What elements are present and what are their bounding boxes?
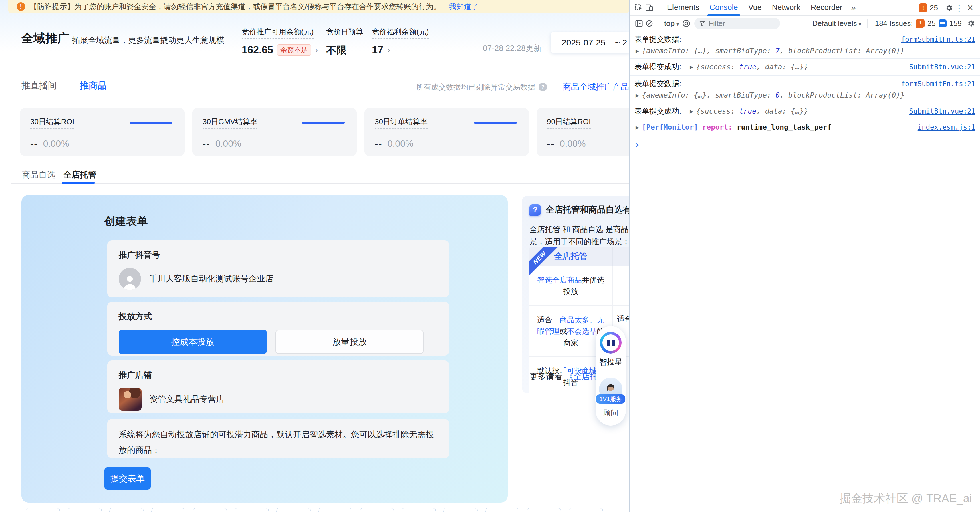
tab-live-room[interactable]: 推直播间	[21, 80, 57, 92]
ad-platform-page: ! 【防诈提示】为了您的账户和资金安全，请勿轻信非官方充值渠道，或假冒平台名义/…	[0, 0, 629, 512]
console-source-link[interactable]: formSubmitFn.ts:21	[901, 80, 975, 88]
welfare-value: 17	[372, 44, 383, 56]
console-source-link[interactable]: index.esm.js:1	[918, 123, 975, 131]
data-note-row: 所有成交数据均已剔除异常交易数据 ? 商品全域推广产品	[416, 81, 629, 93]
shop-avatar-image	[119, 388, 142, 411]
log-levels-selector[interactable]: Default levels▾	[812, 19, 861, 28]
stat-card-label: 30日GMV结算率	[202, 117, 258, 129]
chevron-right-icon[interactable]: ›	[315, 45, 318, 55]
promotion-type-tabs: 推直播间 推商品	[21, 80, 107, 92]
devtools-tab-vue[interactable]: Vue	[743, 0, 767, 16]
submit-form-button[interactable]: 提交表单	[104, 467, 151, 490]
fraud-warning-banner: ! 【防诈提示】为了您的账户和资金安全，请勿轻信非官方充值渠道，或假冒平台名义/…	[8, 0, 629, 13]
chevron-right-icon[interactable]: ›	[387, 45, 390, 55]
header-divider	[231, 32, 231, 45]
product-promo-link[interactable]: 商品全域推广产品	[563, 81, 629, 93]
console-messages: 表单提交数据:formSubmitFn.ts:21▶{awemeInfo: {……	[630, 32, 980, 135]
expand-triangle-icon[interactable]: ▶	[636, 125, 639, 130]
shop-field: 推广店铺 资管文具礼品专营店	[107, 360, 449, 413]
filter-funnel-icon	[699, 20, 706, 27]
devtools-menu-icon[interactable]: ⋮	[954, 3, 964, 13]
skeleton-placeholder	[360, 508, 394, 512]
delivery-mode-field: 投放方式 控成本投放 放量投放	[107, 302, 449, 356]
expand-triangle-icon[interactable]: ▶	[636, 93, 639, 98]
banner-text: 【防诈提示】为了您的账户和资金安全，请勿轻信非官方充值渠道，或假冒平台名义/假称…	[30, 2, 441, 12]
context-selector[interactable]: top▾	[664, 19, 679, 28]
skeleton-placeholder	[569, 508, 603, 512]
divider	[658, 3, 659, 13]
douyin-account-name: 千川大客版自动化测试账号企业店	[149, 273, 274, 285]
devtools-close-icon[interactable]: ×	[964, 2, 976, 14]
stat-card-value: --	[547, 138, 555, 149]
chevron-down-icon: ▾	[676, 21, 679, 27]
issues-error-icon: !	[916, 19, 924, 28]
stat-sparkline	[130, 122, 172, 124]
stat-card-percent: 0.00%	[43, 138, 69, 149]
console-source-link[interactable]: formSubmitFn.ts:21	[901, 35, 975, 43]
banner-dismiss-link[interactable]: 我知道了	[449, 2, 479, 12]
auto-delivery-note-text: 系统将为您自动投放店铺的可投潜力商品，默认开启智选素材。您可以选择排除无需投放的…	[119, 427, 438, 458]
clear-console-icon[interactable]	[644, 18, 654, 29]
console-error-badge[interactable]: ! 25	[919, 3, 938, 12]
stat-card-label: 30日结算ROI	[30, 117, 74, 129]
date-range-picker[interactable]: 2025-07-25 ~ 2	[550, 32, 629, 53]
max-volume-option-button[interactable]: 放量投放	[275, 330, 424, 354]
balance-stat: 竞价推广可用余额(元) 162.65 余额不足 ›	[242, 27, 318, 56]
balance-value: 162.65	[242, 44, 273, 56]
stat-card-percent: 0.00%	[215, 138, 242, 149]
divider	[867, 19, 868, 28]
expand-triangle-icon[interactable]: ▶	[690, 109, 693, 114]
page-header: 全域推广 拓展全域流量，更多流量撬动更大生意规模 竞价推广可用余额(元) 162…	[0, 13, 629, 74]
daily-budget-stat: 竞价日预算 不限	[326, 27, 363, 57]
console-log-label: 表单提交数据:	[635, 79, 681, 89]
douyin-avatar	[119, 268, 141, 290]
console-settings-icon[interactable]	[966, 18, 976, 29]
help-question-icon[interactable]: ?	[539, 83, 547, 91]
advisor-entry[interactable]: 1V1服务	[599, 378, 622, 401]
stat-sparkline	[302, 122, 345, 124]
delivery-mode-label: 投放方式	[119, 311, 438, 322]
console-source-link[interactable]: SubmitBtn.vue:21	[909, 63, 975, 71]
shop-name: 资管文具礼品专营店	[150, 394, 224, 405]
warning-icon: !	[17, 2, 25, 11]
stat-card-percent: 0.00%	[388, 138, 414, 149]
live-expression-eye-icon[interactable]	[681, 18, 691, 29]
form-title: 创建表单	[104, 214, 148, 229]
table-header-second-column	[612, 247, 629, 266]
more-tabs-icon[interactable]: »	[848, 3, 859, 13]
inspect-element-icon[interactable]	[634, 3, 644, 13]
console-prompt-chevron[interactable]: ›	[630, 135, 980, 154]
devtools-tab-elements[interactable]: Elements	[662, 0, 705, 16]
devtools-tab-network[interactable]: Network	[767, 0, 805, 16]
subtab-full-trust[interactable]: 全店托管	[63, 169, 97, 181]
subtab-self-select[interactable]: 商品自选	[21, 169, 56, 181]
device-toolbar-icon[interactable]	[644, 3, 654, 13]
console-toolbar: top▾ Filter Default levels▾ 184 Issues: …	[630, 16, 980, 32]
expand-triangle-icon[interactable]: ▶	[690, 64, 693, 70]
smart-assistant-icon[interactable]	[600, 332, 622, 353]
devtools-tab-console[interactable]: Console	[705, 0, 743, 16]
devtools-tabs: ElementsConsoleVueNetworkRecorder	[662, 0, 848, 16]
console-message: 表单提交成功:▶{success: true, data: {…}}Submit…	[630, 103, 980, 120]
shop-label: 推广店铺	[119, 370, 438, 381]
cost-control-option-button[interactable]: 控成本投放	[119, 330, 267, 354]
console-source-link[interactable]: SubmitBtn.vue:21	[909, 107, 975, 115]
tab-product[interactable]: 推商品	[80, 80, 107, 92]
issues-counter[interactable]: 184 Issues: ! 25 159	[875, 19, 962, 28]
stat-card: 30日订单结算率--0.00%	[364, 108, 529, 156]
console-sidebar-icon[interactable]	[634, 18, 644, 29]
devtools-settings-icon[interactable]	[944, 3, 954, 13]
stat-card: 30日GMV结算率--0.00%	[192, 108, 357, 156]
stat-card-label: 30日订单结算率	[375, 117, 428, 129]
expand-triangle-icon[interactable]: ▶	[636, 48, 639, 54]
question-bubble-icon: ?	[530, 204, 541, 216]
stat-cards: 30日结算ROI--0.00%30日GMV结算率--0.00%30日订单结算率-…	[20, 108, 629, 156]
error-icon: !	[919, 3, 928, 12]
console-message: 表单提交数据:formSubmitFn.ts:21▶{awemeInfo: {……	[630, 76, 980, 103]
douyin-account-field: 推广抖音号 千川大客版自动化测试账号企业店	[107, 240, 449, 297]
auto-delivery-note: 系统将为您自动投放店铺的可投潜力商品，默认开启智选素材。您可以选择排除无需投放的…	[107, 419, 449, 458]
devtools-tab-recorder[interactable]: Recorder	[805, 0, 848, 16]
welfare-balance-stat: 竞价福利余额(元) 17 ›	[372, 27, 429, 56]
info-panel-description: 全店托管 和 商品自选 是商品全域 景，适用于不同的推广场景：	[530, 223, 629, 248]
console-filter-input[interactable]: Filter	[694, 18, 780, 29]
